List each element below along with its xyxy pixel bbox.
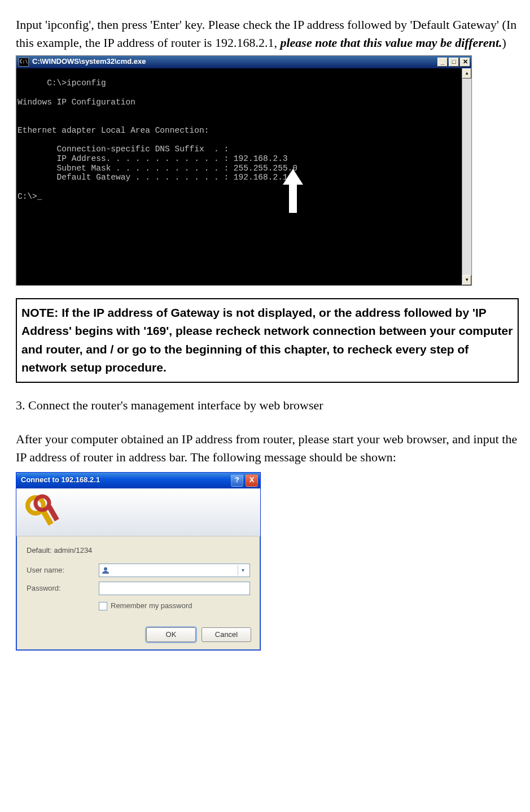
minimize-button[interactable]: _ [437,58,448,67]
cmd-titlebar: C:\ C:\WINDOWS\system32\cmd.exe _ □ ✕ [16,56,471,68]
cmd-window: C:\ C:\WINDOWS\system32\cmd.exe _ □ ✕ C:… [16,55,472,286]
maximize-button[interactable]: □ [449,58,459,67]
pointer-arrow-icon [283,169,303,213]
help-button[interactable]: ? [231,474,243,487]
note-box: NOTE: If the IP address of Gateway is no… [16,298,519,383]
note-text: NOTE: If the IP address of Gateway is no… [21,306,513,374]
password-input[interactable] [99,582,250,595]
auth-titlebar: Connect to 192.168.2.1 ? X [16,473,260,488]
cmd-app-icon: C:\ [19,58,29,67]
keys-icon [23,494,64,530]
close-button[interactable]: X [246,474,258,487]
scroll-track[interactable] [462,78,471,275]
step3-heading: 3. Connect the router's management inter… [16,396,519,414]
cmd-output-text: C:\>ipconfig Windows IP Configuration Et… [17,78,297,200]
username-input[interactable]: ▾ [99,564,250,577]
scroll-down-button[interactable]: ▾ [462,275,471,285]
intro-text-b: ) [502,36,506,50]
cmd-scrollbar[interactable]: ▴ ▾ [462,68,471,285]
intro-paragraph: Input 'ipconfig', then press 'Enter' key… [16,16,519,52]
auth-header-graphic [16,488,260,536]
close-button[interactable]: ✕ [460,58,470,67]
auth-title-text: Connect to 192.168.2.1 [21,475,229,486]
intro-emph: please note that this value may be diffe… [280,36,502,50]
cmd-title-text: C:\WINDOWS\system32\cmd.exe [32,56,436,67]
password-label: Password: [27,583,99,594]
svg-point-4 [104,567,107,571]
remember-label: Remember my password [111,601,192,612]
auth-realm-text: Default: admin/1234 [27,545,250,556]
user-icon [102,566,109,574]
chevron-down-icon[interactable]: ▾ [238,565,247,575]
auth-dialog: Connect to 192.168.2.1 ? X Default: admi… [16,472,261,651]
step3-paragraph: After your computer obtained an IP addre… [16,430,519,466]
ok-button[interactable]: OK [146,627,196,642]
auth-form: Default: admin/1234 User name: ▾ Passwor… [16,536,260,620]
cancel-button[interactable]: Cancel [202,627,251,642]
username-label: User name: [27,565,99,576]
cmd-output: C:\>ipconfig Windows IP Configuration Et… [16,68,462,285]
remember-checkbox[interactable] [99,602,107,610]
scroll-up-button[interactable]: ▴ [462,68,471,78]
